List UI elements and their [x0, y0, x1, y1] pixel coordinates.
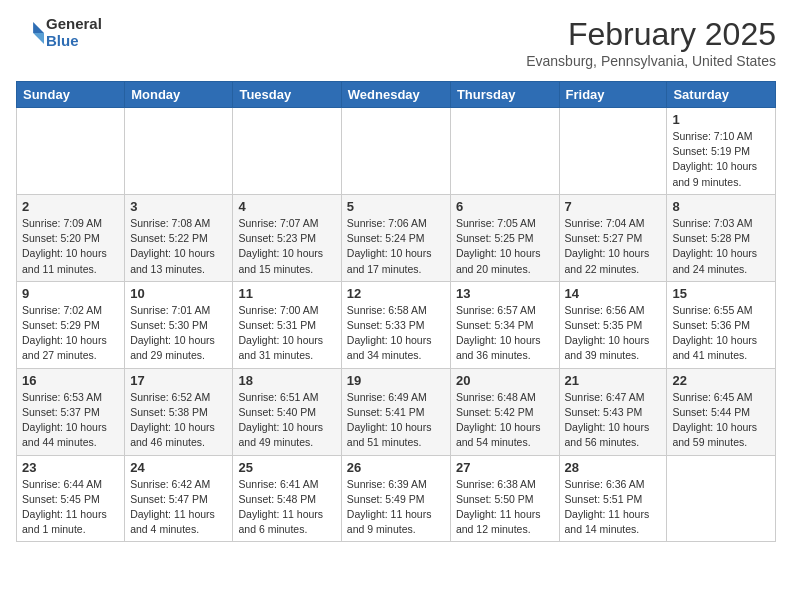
day-info: Sunrise: 7:08 AM Sunset: 5:22 PM Dayligh…	[130, 217, 215, 275]
calendar-cell: 25Sunrise: 6:41 AM Sunset: 5:48 PM Dayli…	[233, 455, 341, 542]
day-info: Sunrise: 6:47 AM Sunset: 5:43 PM Dayligh…	[565, 391, 650, 449]
day-info: Sunrise: 6:42 AM Sunset: 5:47 PM Dayligh…	[130, 478, 215, 536]
day-number: 23	[22, 460, 119, 475]
logo-general-text: General	[46, 16, 102, 33]
day-number: 11	[238, 286, 335, 301]
day-info: Sunrise: 7:02 AM Sunset: 5:29 PM Dayligh…	[22, 304, 107, 362]
calendar-cell	[17, 108, 125, 195]
day-info: Sunrise: 6:53 AM Sunset: 5:37 PM Dayligh…	[22, 391, 107, 449]
calendar-cell: 21Sunrise: 6:47 AM Sunset: 5:43 PM Dayli…	[559, 368, 667, 455]
calendar-cell: 18Sunrise: 6:51 AM Sunset: 5:40 PM Dayli…	[233, 368, 341, 455]
calendar-cell: 15Sunrise: 6:55 AM Sunset: 5:36 PM Dayli…	[667, 281, 776, 368]
day-info: Sunrise: 6:45 AM Sunset: 5:44 PM Dayligh…	[672, 391, 757, 449]
calendar-cell: 20Sunrise: 6:48 AM Sunset: 5:42 PM Dayli…	[450, 368, 559, 455]
day-info: Sunrise: 6:57 AM Sunset: 5:34 PM Dayligh…	[456, 304, 541, 362]
day-number: 16	[22, 373, 119, 388]
col-header-thursday: Thursday	[450, 82, 559, 108]
calendar-week-row: 23Sunrise: 6:44 AM Sunset: 5:45 PM Dayli…	[17, 455, 776, 542]
calendar-cell: 11Sunrise: 7:00 AM Sunset: 5:31 PM Dayli…	[233, 281, 341, 368]
day-info: Sunrise: 6:41 AM Sunset: 5:48 PM Dayligh…	[238, 478, 323, 536]
day-info: Sunrise: 6:56 AM Sunset: 5:35 PM Dayligh…	[565, 304, 650, 362]
calendar-cell: 1Sunrise: 7:10 AM Sunset: 5:19 PM Daylig…	[667, 108, 776, 195]
calendar-cell	[341, 108, 450, 195]
logo-icon	[16, 19, 44, 47]
calendar-cell: 6Sunrise: 7:05 AM Sunset: 5:25 PM Daylig…	[450, 194, 559, 281]
logo: General Blue	[16, 16, 102, 49]
calendar-table: SundayMondayTuesdayWednesdayThursdayFrid…	[16, 81, 776, 542]
day-number: 8	[672, 199, 770, 214]
day-info: Sunrise: 6:58 AM Sunset: 5:33 PM Dayligh…	[347, 304, 432, 362]
calendar-header-row: SundayMondayTuesdayWednesdayThursdayFrid…	[17, 82, 776, 108]
day-info: Sunrise: 7:04 AM Sunset: 5:27 PM Dayligh…	[565, 217, 650, 275]
calendar-cell: 23Sunrise: 6:44 AM Sunset: 5:45 PM Dayli…	[17, 455, 125, 542]
calendar-cell: 3Sunrise: 7:08 AM Sunset: 5:22 PM Daylig…	[125, 194, 233, 281]
day-number: 19	[347, 373, 445, 388]
day-number: 17	[130, 373, 227, 388]
col-header-sunday: Sunday	[17, 82, 125, 108]
day-number: 12	[347, 286, 445, 301]
calendar-week-row: 2Sunrise: 7:09 AM Sunset: 5:20 PM Daylig…	[17, 194, 776, 281]
calendar-cell: 5Sunrise: 7:06 AM Sunset: 5:24 PM Daylig…	[341, 194, 450, 281]
day-number: 27	[456, 460, 554, 475]
calendar-cell: 28Sunrise: 6:36 AM Sunset: 5:51 PM Dayli…	[559, 455, 667, 542]
day-info: Sunrise: 7:01 AM Sunset: 5:30 PM Dayligh…	[130, 304, 215, 362]
calendar-cell	[450, 108, 559, 195]
calendar-cell: 8Sunrise: 7:03 AM Sunset: 5:28 PM Daylig…	[667, 194, 776, 281]
day-number: 26	[347, 460, 445, 475]
day-info: Sunrise: 6:39 AM Sunset: 5:49 PM Dayligh…	[347, 478, 432, 536]
day-info: Sunrise: 7:07 AM Sunset: 5:23 PM Dayligh…	[238, 217, 323, 275]
day-info: Sunrise: 6:52 AM Sunset: 5:38 PM Dayligh…	[130, 391, 215, 449]
day-number: 7	[565, 199, 662, 214]
calendar-cell: 26Sunrise: 6:39 AM Sunset: 5:49 PM Dayli…	[341, 455, 450, 542]
day-number: 3	[130, 199, 227, 214]
day-number: 14	[565, 286, 662, 301]
day-info: Sunrise: 7:10 AM Sunset: 5:19 PM Dayligh…	[672, 130, 757, 188]
svg-marker-0	[33, 22, 44, 33]
calendar-cell	[667, 455, 776, 542]
col-header-friday: Friday	[559, 82, 667, 108]
day-info: Sunrise: 7:05 AM Sunset: 5:25 PM Dayligh…	[456, 217, 541, 275]
day-info: Sunrise: 6:48 AM Sunset: 5:42 PM Dayligh…	[456, 391, 541, 449]
day-number: 13	[456, 286, 554, 301]
logo-blue-text: Blue	[46, 33, 102, 50]
day-number: 18	[238, 373, 335, 388]
col-header-monday: Monday	[125, 82, 233, 108]
day-number: 28	[565, 460, 662, 475]
calendar-cell: 12Sunrise: 6:58 AM Sunset: 5:33 PM Dayli…	[341, 281, 450, 368]
day-info: Sunrise: 6:38 AM Sunset: 5:50 PM Dayligh…	[456, 478, 541, 536]
calendar-cell: 9Sunrise: 7:02 AM Sunset: 5:29 PM Daylig…	[17, 281, 125, 368]
day-number: 25	[238, 460, 335, 475]
day-number: 1	[672, 112, 770, 127]
day-number: 6	[456, 199, 554, 214]
calendar-cell: 22Sunrise: 6:45 AM Sunset: 5:44 PM Dayli…	[667, 368, 776, 455]
day-info: Sunrise: 7:09 AM Sunset: 5:20 PM Dayligh…	[22, 217, 107, 275]
day-number: 2	[22, 199, 119, 214]
calendar-cell: 7Sunrise: 7:04 AM Sunset: 5:27 PM Daylig…	[559, 194, 667, 281]
calendar-cell: 27Sunrise: 6:38 AM Sunset: 5:50 PM Dayli…	[450, 455, 559, 542]
month-year-title: February 2025	[526, 16, 776, 53]
day-number: 15	[672, 286, 770, 301]
calendar-cell: 16Sunrise: 6:53 AM Sunset: 5:37 PM Dayli…	[17, 368, 125, 455]
day-info: Sunrise: 6:55 AM Sunset: 5:36 PM Dayligh…	[672, 304, 757, 362]
calendar-week-row: 1Sunrise: 7:10 AM Sunset: 5:19 PM Daylig…	[17, 108, 776, 195]
title-block: February 2025 Evansburg, Pennsylvania, U…	[526, 16, 776, 69]
calendar-cell: 17Sunrise: 6:52 AM Sunset: 5:38 PM Dayli…	[125, 368, 233, 455]
day-number: 10	[130, 286, 227, 301]
day-info: Sunrise: 7:00 AM Sunset: 5:31 PM Dayligh…	[238, 304, 323, 362]
calendar-cell: 24Sunrise: 6:42 AM Sunset: 5:47 PM Dayli…	[125, 455, 233, 542]
svg-marker-1	[33, 33, 44, 44]
day-number: 21	[565, 373, 662, 388]
calendar-cell: 14Sunrise: 6:56 AM Sunset: 5:35 PM Dayli…	[559, 281, 667, 368]
day-info: Sunrise: 7:03 AM Sunset: 5:28 PM Dayligh…	[672, 217, 757, 275]
day-number: 9	[22, 286, 119, 301]
calendar-cell: 2Sunrise: 7:09 AM Sunset: 5:20 PM Daylig…	[17, 194, 125, 281]
location-subtitle: Evansburg, Pennsylvania, United States	[526, 53, 776, 69]
day-number: 4	[238, 199, 335, 214]
calendar-cell: 19Sunrise: 6:49 AM Sunset: 5:41 PM Dayli…	[341, 368, 450, 455]
calendar-cell: 4Sunrise: 7:07 AM Sunset: 5:23 PM Daylig…	[233, 194, 341, 281]
day-info: Sunrise: 6:44 AM Sunset: 5:45 PM Dayligh…	[22, 478, 107, 536]
day-number: 22	[672, 373, 770, 388]
day-number: 5	[347, 199, 445, 214]
calendar-cell	[559, 108, 667, 195]
col-header-saturday: Saturday	[667, 82, 776, 108]
